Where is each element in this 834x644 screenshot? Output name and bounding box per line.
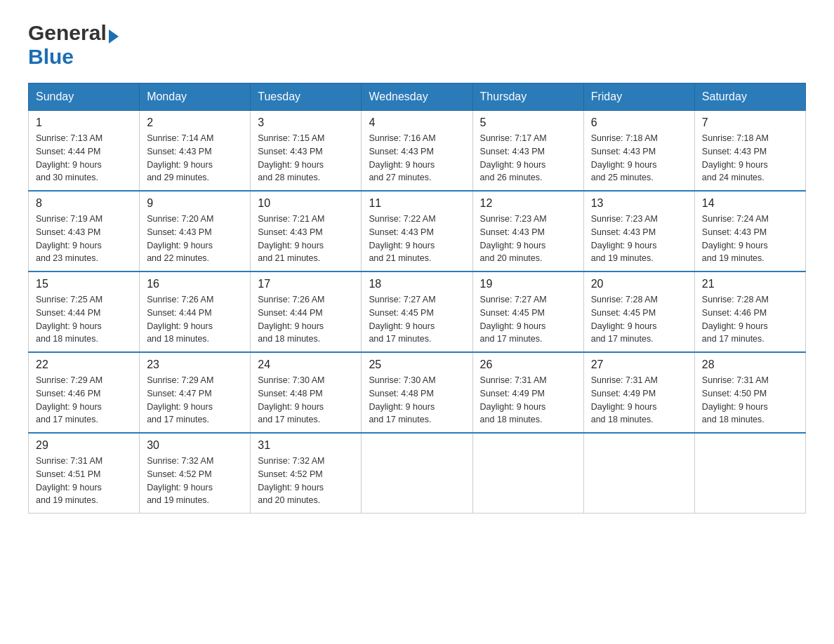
calendar-day-cell: 20 Sunrise: 7:28 AM Sunset: 4:45 PM Dayl… <box>583 271 694 352</box>
logo-row: General <box>28 21 119 45</box>
day-number: 4 <box>369 116 465 129</box>
day-info: Sunrise: 7:31 AM Sunset: 4:50 PM Dayligh… <box>702 375 769 424</box>
day-number: 20 <box>591 278 687 290</box>
day-info: Sunrise: 7:26 AM Sunset: 4:44 PM Dayligh… <box>258 295 324 344</box>
page-header: General Blue <box>28 21 806 69</box>
logo-blue-line: Blue <box>28 45 119 69</box>
calendar-day-cell: 6 Sunrise: 7:18 AM Sunset: 4:43 PM Dayli… <box>583 111 694 192</box>
day-info: Sunrise: 7:32 AM Sunset: 4:52 PM Dayligh… <box>147 456 213 505</box>
calendar-day-cell: 5 Sunrise: 7:17 AM Sunset: 4:43 PM Dayli… <box>472 111 583 192</box>
day-number: 27 <box>591 358 687 371</box>
calendar-day-cell: 3 Sunrise: 7:15 AM Sunset: 4:43 PM Dayli… <box>251 111 362 192</box>
calendar-day-cell: 29 Sunrise: 7:31 AM Sunset: 4:51 PM Dayl… <box>29 433 140 514</box>
day-number: 26 <box>480 358 576 371</box>
day-info: Sunrise: 7:23 AM Sunset: 4:43 PM Dayligh… <box>480 214 547 263</box>
day-number: 11 <box>369 197 465 210</box>
day-number: 3 <box>258 116 354 129</box>
day-number: 21 <box>702 278 798 290</box>
day-info: Sunrise: 7:27 AM Sunset: 4:45 PM Dayligh… <box>369 295 435 344</box>
day-number: 13 <box>591 197 687 210</box>
weekday-header-monday: Monday <box>140 83 251 111</box>
calendar-week-row: 29 Sunrise: 7:31 AM Sunset: 4:51 PM Dayl… <box>29 433 806 514</box>
calendar-day-cell: 16 Sunrise: 7:26 AM Sunset: 4:44 PM Dayl… <box>140 271 251 352</box>
day-number: 22 <box>36 358 132 371</box>
day-info: Sunrise: 7:17 AM Sunset: 4:43 PM Dayligh… <box>480 133 547 182</box>
day-number: 5 <box>480 116 576 129</box>
weekday-header-sunday: Sunday <box>29 83 140 111</box>
day-number: 31 <box>258 439 354 452</box>
day-info: Sunrise: 7:28 AM Sunset: 4:45 PM Dayligh… <box>591 295 658 344</box>
calendar-day-cell: 7 Sunrise: 7:18 AM Sunset: 4:43 PM Dayli… <box>694 111 805 192</box>
calendar-day-cell: 22 Sunrise: 7:29 AM Sunset: 4:46 PM Dayl… <box>29 352 140 433</box>
day-number: 14 <box>702 197 798 210</box>
day-info: Sunrise: 7:16 AM Sunset: 4:43 PM Dayligh… <box>369 133 435 182</box>
day-number: 15 <box>36 278 132 290</box>
day-number: 28 <box>702 358 798 371</box>
calendar-day-cell: 30 Sunrise: 7:32 AM Sunset: 4:52 PM Dayl… <box>140 433 251 514</box>
day-info: Sunrise: 7:19 AM Sunset: 4:43 PM Dayligh… <box>36 214 102 263</box>
calendar-day-cell: 8 Sunrise: 7:19 AM Sunset: 4:43 PM Dayli… <box>29 191 140 271</box>
calendar-day-cell: 17 Sunrise: 7:26 AM Sunset: 4:44 PM Dayl… <box>251 271 362 352</box>
day-info: Sunrise: 7:27 AM Sunset: 4:45 PM Dayligh… <box>480 295 547 344</box>
calendar-day-cell <box>583 433 694 514</box>
weekday-header-tuesday: Tuesday <box>251 83 362 111</box>
day-number: 10 <box>258 197 354 210</box>
calendar-table: SundayMondayTuesdayWednesdayThursdayFrid… <box>28 83 806 514</box>
weekday-header-friday: Friday <box>583 83 694 111</box>
day-number: 23 <box>147 358 243 371</box>
day-info: Sunrise: 7:21 AM Sunset: 4:43 PM Dayligh… <box>258 214 324 263</box>
day-number: 1 <box>36 116 132 129</box>
calendar-day-cell: 26 Sunrise: 7:31 AM Sunset: 4:49 PM Dayl… <box>472 352 583 433</box>
day-info: Sunrise: 7:29 AM Sunset: 4:46 PM Dayligh… <box>36 375 102 424</box>
calendar-day-cell: 15 Sunrise: 7:25 AM Sunset: 4:44 PM Dayl… <box>29 271 140 352</box>
weekday-header-saturday: Saturday <box>694 83 805 111</box>
calendar-day-cell: 9 Sunrise: 7:20 AM Sunset: 4:43 PM Dayli… <box>140 191 251 271</box>
logo: General Blue <box>28 21 119 69</box>
calendar-day-cell <box>472 433 583 514</box>
day-number: 6 <box>591 116 687 129</box>
day-info: Sunrise: 7:18 AM Sunset: 4:43 PM Dayligh… <box>591 133 658 182</box>
calendar-week-row: 22 Sunrise: 7:29 AM Sunset: 4:46 PM Dayl… <box>29 352 806 433</box>
day-info: Sunrise: 7:24 AM Sunset: 4:43 PM Dayligh… <box>702 214 769 263</box>
day-info: Sunrise: 7:31 AM Sunset: 4:49 PM Dayligh… <box>480 375 547 424</box>
day-info: Sunrise: 7:32 AM Sunset: 4:52 PM Dayligh… <box>258 456 324 505</box>
calendar-day-cell: 31 Sunrise: 7:32 AM Sunset: 4:52 PM Dayl… <box>251 433 362 514</box>
day-info: Sunrise: 7:22 AM Sunset: 4:43 PM Dayligh… <box>369 214 435 263</box>
calendar-day-cell: 14 Sunrise: 7:24 AM Sunset: 4:43 PM Dayl… <box>694 191 805 271</box>
logo-blue-text: Blue <box>28 45 74 68</box>
logo-general: General <box>28 21 107 45</box>
calendar-week-row: 15 Sunrise: 7:25 AM Sunset: 4:44 PM Dayl… <box>29 271 806 352</box>
day-info: Sunrise: 7:25 AM Sunset: 4:44 PM Dayligh… <box>36 295 102 344</box>
calendar-day-cell: 12 Sunrise: 7:23 AM Sunset: 4:43 PM Dayl… <box>472 191 583 271</box>
day-info: Sunrise: 7:18 AM Sunset: 4:43 PM Dayligh… <box>702 133 769 182</box>
calendar-day-cell: 2 Sunrise: 7:14 AM Sunset: 4:43 PM Dayli… <box>140 111 251 192</box>
day-info: Sunrise: 7:26 AM Sunset: 4:44 PM Dayligh… <box>147 295 213 344</box>
calendar-day-cell: 4 Sunrise: 7:16 AM Sunset: 4:43 PM Dayli… <box>362 111 472 192</box>
day-number: 9 <box>147 197 243 210</box>
day-info: Sunrise: 7:31 AM Sunset: 4:49 PM Dayligh… <box>591 375 658 424</box>
day-number: 25 <box>369 358 465 371</box>
calendar-day-cell: 23 Sunrise: 7:29 AM Sunset: 4:47 PM Dayl… <box>140 352 251 433</box>
calendar-day-cell: 19 Sunrise: 7:27 AM Sunset: 4:45 PM Dayl… <box>472 271 583 352</box>
day-number: 18 <box>369 278 465 290</box>
weekday-header-wednesday: Wednesday <box>362 83 472 111</box>
calendar-week-row: 1 Sunrise: 7:13 AM Sunset: 4:44 PM Dayli… <box>29 111 806 192</box>
calendar-week-row: 8 Sunrise: 7:19 AM Sunset: 4:43 PM Dayli… <box>29 191 806 271</box>
day-info: Sunrise: 7:20 AM Sunset: 4:43 PM Dayligh… <box>147 214 213 263</box>
calendar-day-cell: 1 Sunrise: 7:13 AM Sunset: 4:44 PM Dayli… <box>29 111 140 192</box>
day-info: Sunrise: 7:30 AM Sunset: 4:48 PM Dayligh… <box>369 375 435 424</box>
day-number: 19 <box>480 278 576 290</box>
calendar-day-cell <box>362 433 472 514</box>
logo-triangle-container <box>109 29 119 43</box>
weekday-header-row: SundayMondayTuesdayWednesdayThursdayFrid… <box>29 83 806 111</box>
calendar-day-cell: 28 Sunrise: 7:31 AM Sunset: 4:50 PM Dayl… <box>694 352 805 433</box>
calendar-day-cell <box>694 433 805 514</box>
day-info: Sunrise: 7:13 AM Sunset: 4:44 PM Dayligh… <box>36 133 102 182</box>
day-number: 12 <box>480 197 576 210</box>
day-number: 16 <box>147 278 243 290</box>
day-number: 24 <box>258 358 354 371</box>
calendar-day-cell: 18 Sunrise: 7:27 AM Sunset: 4:45 PM Dayl… <box>362 271 472 352</box>
calendar-day-cell: 10 Sunrise: 7:21 AM Sunset: 4:43 PM Dayl… <box>251 191 362 271</box>
day-number: 29 <box>36 439 132 452</box>
calendar-day-cell: 27 Sunrise: 7:31 AM Sunset: 4:49 PM Dayl… <box>583 352 694 433</box>
